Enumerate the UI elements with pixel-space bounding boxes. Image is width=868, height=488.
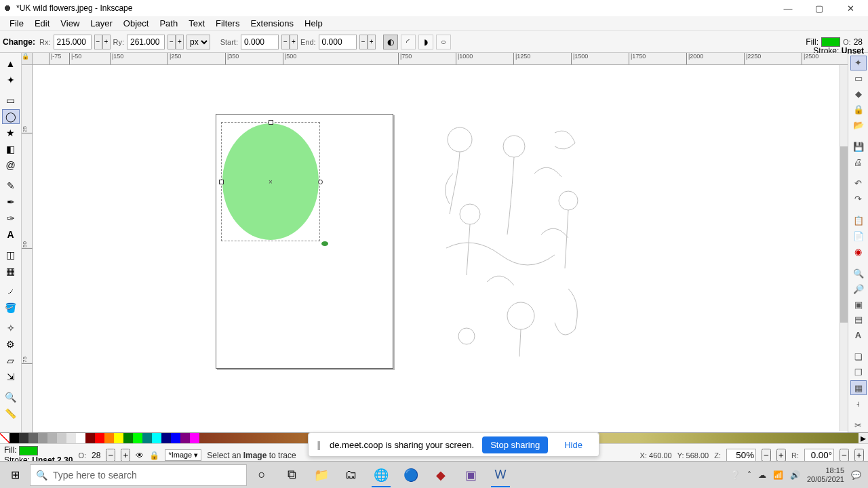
- ruler-horizontal[interactable]: 🔒 |-75 |-50 |150 |250 |350 |500 |750 |10…: [22, 53, 848, 65]
- cmd-text-tool[interactable]: A: [850, 328, 867, 343]
- tray-cloud-icon[interactable]: ☁: [758, 470, 766, 480]
- rotation-input[interactable]: [804, 449, 834, 462]
- ry-decr[interactable]: −: [167, 35, 176, 49]
- ruler-vertical[interactable]: 25 50 75: [22, 65, 33, 432]
- cmd-print[interactable]: 🖨: [850, 155, 867, 169]
- zoom-decr[interactable]: −: [762, 449, 771, 462]
- tool-selector[interactable]: ▲: [2, 56, 20, 71]
- ry-incr[interactable]: +: [176, 35, 184, 49]
- rx-decr[interactable]: −: [94, 35, 102, 49]
- rx-input[interactable]: [54, 35, 92, 49]
- tool-dropper[interactable]: ⟋: [2, 284, 20, 299]
- tool-spiral[interactable]: @: [2, 158, 20, 173]
- tray-volume-icon[interactable]: 🔊: [790, 470, 800, 480]
- cortana-icon[interactable]: ○: [247, 462, 277, 489]
- status-o-incr[interactable]: +: [121, 449, 130, 462]
- menu-view[interactable]: View: [55, 17, 85, 30]
- ry-input[interactable]: [127, 35, 165, 49]
- rot-incr[interactable]: +: [854, 449, 864, 462]
- unit-select[interactable]: px: [186, 35, 210, 49]
- close-button[interactable]: ✕: [841, 3, 860, 14]
- tray-help-icon[interactable]: ❔: [730, 470, 741, 480]
- cmd-zoom-out[interactable]: 🔎: [850, 281, 867, 296]
- tool-bezier[interactable]: ✒: [2, 195, 20, 209]
- taskbar-explorer[interactable]: 📁: [307, 462, 336, 489]
- cmd-fill-red[interactable]: ◉: [850, 244, 867, 259]
- flowers-image[interactable]: [433, 113, 602, 366]
- arc-mode-arc[interactable]: ◜: [401, 35, 416, 49]
- tool-star[interactable]: ★: [2, 125, 20, 140]
- tool-rectangle[interactable]: ▭: [2, 93, 20, 108]
- tool-spray[interactable]: ⚙: [2, 337, 20, 352]
- canvas[interactable]: ×: [33, 65, 848, 432]
- cmd-zoom-drawing[interactable]: ▤: [850, 312, 867, 327]
- tray-wifi-icon[interactable]: 📶: [773, 470, 783, 480]
- layer-selector[interactable]: *Image ▾: [165, 449, 201, 461]
- cmd-align[interactable]: ⫞: [850, 396, 867, 411]
- taskbar-chrome[interactable]: 🌐: [366, 462, 396, 489]
- resize-handle[interactable]: [321, 241, 328, 246]
- cmd-clone[interactable]: ❐: [850, 365, 867, 380]
- cmd-grid[interactable]: ▦: [850, 380, 867, 395]
- tool-connector[interactable]: ⇲: [2, 369, 20, 384]
- zoom-incr[interactable]: +: [776, 449, 786, 462]
- cmd-duplicate[interactable]: ❏: [850, 350, 867, 365]
- cmd-zoom-in[interactable]: 🔍: [850, 266, 867, 281]
- menu-object[interactable]: Object: [118, 17, 155, 30]
- arc-mode-chord[interactable]: ◗: [418, 35, 433, 49]
- ruler-corner[interactable]: 🔒: [22, 53, 33, 65]
- minimize-button[interactable]: —: [778, 3, 797, 14]
- menu-filters[interactable]: Filters: [210, 17, 245, 30]
- tray-notifications-icon[interactable]: 💬: [851, 470, 861, 480]
- rx-incr[interactable]: +: [102, 35, 111, 49]
- taskbar-search[interactable]: 🔍 Type here to search: [30, 464, 247, 486]
- tool-paintbucket[interactable]: 🪣: [2, 300, 20, 315]
- cmd-undo[interactable]: ↶: [850, 176, 867, 191]
- arc-make-whole[interactable]: ○: [436, 35, 451, 49]
- arc-mode-slice[interactable]: ◐: [383, 35, 398, 49]
- tray-chevron-up-icon[interactable]: ˄: [747, 470, 751, 480]
- cmd-redo[interactable]: ↷: [850, 192, 867, 207]
- tool-tweak[interactable]: ✧: [2, 321, 20, 336]
- zoom-input[interactable]: [726, 449, 756, 462]
- maximize-button[interactable]: ▢: [810, 3, 829, 14]
- tool-zoom[interactable]: 🔍: [2, 390, 20, 405]
- menu-text[interactable]: Text: [183, 17, 210, 30]
- cmd-open[interactable]: 📂: [850, 118, 867, 133]
- taskbar-edge[interactable]: 🔵: [396, 462, 426, 489]
- task-view-icon[interactable]: ⧉: [277, 462, 307, 489]
- cmd-copy[interactable]: 📋: [850, 214, 867, 228]
- cmd-snap-bbox[interactable]: ▭: [850, 71, 867, 86]
- palette-menu-icon[interactable]: ▸: [859, 433, 868, 443]
- cmd-paste[interactable]: 📄: [850, 229, 867, 244]
- start-incr[interactable]: +: [290, 35, 298, 49]
- handle-right[interactable]: [318, 180, 323, 184]
- taskbar-folder[interactable]: 🗂: [336, 462, 366, 489]
- taskbar-app5[interactable]: ◆: [426, 462, 456, 489]
- tool-mesh[interactable]: ▦: [2, 264, 20, 279]
- palette-swatch[interactable]: [9, 433, 19, 443]
- stop-sharing-button[interactable]: Stop sharing: [482, 436, 548, 453]
- tool-3dbox[interactable]: ◧: [2, 142, 20, 157]
- layer-visibility-icon[interactable]: 👁: [136, 451, 144, 460]
- rot-decr[interactable]: −: [840, 449, 849, 462]
- end-incr[interactable]: +: [368, 35, 376, 49]
- handle-top[interactable]: [269, 120, 273, 125]
- cmd-save[interactable]: 💾: [850, 139, 867, 154]
- menu-file[interactable]: File: [4, 17, 29, 30]
- cmd-xml[interactable]: ✂: [850, 418, 867, 432]
- tool-measure[interactable]: 📏: [2, 406, 20, 421]
- tool-calligraphy[interactable]: ✑: [2, 211, 20, 226]
- fill-swatch-top[interactable]: [821, 37, 840, 47]
- menu-edit[interactable]: Edit: [29, 17, 55, 30]
- status-fill-swatch[interactable]: [19, 446, 38, 455]
- tool-node[interactable]: ✦: [2, 73, 20, 87]
- menu-help[interactable]: Help: [299, 17, 328, 30]
- cmd-snap-others[interactable]: 🔒: [850, 102, 867, 117]
- menu-layer[interactable]: Layer: [85, 17, 118, 30]
- palette-none[interactable]: [0, 433, 9, 443]
- start-decr[interactable]: −: [281, 35, 290, 49]
- handle-left[interactable]: [219, 180, 224, 184]
- end-decr[interactable]: −: [359, 35, 368, 49]
- scrollbar-vertical[interactable]: [840, 65, 848, 431]
